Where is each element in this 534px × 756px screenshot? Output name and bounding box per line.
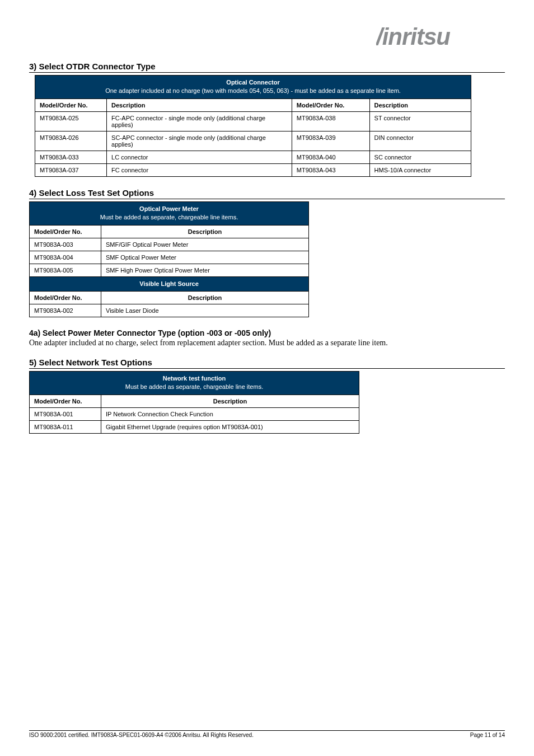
- table-row: MT9083A-001 IP Network Connection Check …: [30, 407, 359, 420]
- table-row: MT9083A-002 Visible Laser Diode: [30, 304, 309, 317]
- col-header-desc: Description: [369, 98, 471, 111]
- cell-model: MT9083A-001: [30, 407, 101, 420]
- cell-desc: HMS-10/A connector: [369, 163, 471, 176]
- footer-left: ISO 9000:2001 certified. IMT9083A-SPEC01…: [29, 732, 254, 738]
- table-row: MT9083A-037 FC connector MT9083A-043 HMS…: [35, 163, 471, 176]
- col-header-desc: Description: [101, 291, 309, 304]
- table-row: MT9083A-004 SMF Optical Power Meter: [30, 251, 309, 264]
- cell-model: MT9083A-005: [30, 264, 101, 276]
- network-test-table: Network test function Must be added as s…: [29, 371, 359, 434]
- cell-model: MT9083A-043: [292, 163, 369, 176]
- banner-title: Visible Light Source: [139, 280, 199, 287]
- cell-model: MT9083A-039: [292, 131, 369, 151]
- cell-desc: IP Network Connection Check Function: [101, 407, 359, 420]
- table-row: MT9083A-025 FC-APC connector - single mo…: [35, 111, 471, 131]
- cell-desc: ST connector: [369, 111, 471, 131]
- cell-model: MT9083A-002: [30, 304, 101, 317]
- col-header-model: Model/Order No.: [292, 98, 369, 111]
- banner-sub: Must be added as separate, chargeable li…: [125, 383, 263, 390]
- section4a-note: One adapter included at no charge, selec…: [29, 339, 505, 348]
- col-header-model: Model/Order No.: [30, 225, 101, 238]
- cell-model: MT9083A-038: [292, 111, 369, 131]
- cell-desc: FC connector: [107, 163, 292, 176]
- cell-desc: SMF Optical Power Meter: [101, 251, 309, 264]
- optical-connector-table: Optical Connector One adapter included a…: [35, 75, 471, 177]
- cell-desc: LC connector: [107, 151, 292, 163]
- col-header-model: Model/Order No.: [30, 395, 101, 407]
- cell-desc: SC-APC connector - single mode only (add…: [107, 131, 292, 151]
- cell-model: MT9083A-033: [35, 151, 107, 163]
- section4-heading: 4) Select Loss Test Set Options: [29, 188, 505, 199]
- power-meter-banner: Optical Power Meter Must be added as sep…: [30, 201, 309, 225]
- table-row: MT9083A-033 LC connector MT9083A-040 SC …: [35, 151, 471, 163]
- banner-sub: One adapter included at no charge (two w…: [105, 87, 401, 94]
- visible-light-banner: Visible Light Source: [30, 276, 309, 291]
- page-footer: ISO 9000:2001 certified. IMT9083A-SPEC01…: [29, 730, 505, 738]
- brand-text: /inritsu: [376, 26, 450, 49]
- section3-heading: 3) Select OTDR Connector Type: [29, 62, 505, 73]
- cell-desc: FC-APC connector - single mode only (add…: [107, 111, 292, 131]
- banner-sub: Must be added as separate, chargeable li…: [100, 214, 238, 220]
- cell-model: MT9083A-037: [35, 163, 107, 176]
- col-header-desc: Description: [101, 395, 359, 407]
- cell-desc: Visible Laser Diode: [101, 304, 309, 317]
- optical-connector-banner: Optical Connector One adapter included a…: [35, 76, 471, 99]
- cell-desc: SMF High Power Optical Power Meter: [101, 264, 309, 276]
- cell-desc: SMF/GIF Optical Power Meter: [101, 238, 309, 251]
- network-test-banner: Network test function Must be added as s…: [30, 371, 359, 395]
- section4a-heading: 4a) Select Power Meter Connector Type (o…: [29, 328, 505, 337]
- col-header-model: Model/Order No.: [30, 291, 101, 304]
- section5-heading: 5) Select Network Test Options: [29, 358, 505, 369]
- power-meter-table: Optical Power Meter Must be added as sep…: [29, 201, 309, 317]
- cell-desc: DIN connector: [369, 131, 471, 151]
- cell-model: MT9083A-003: [30, 238, 101, 251]
- cell-desc: Gigabit Ethernet Upgrade (requires optio…: [101, 420, 359, 433]
- table-row: MT9083A-026 SC-APC connector - single mo…: [35, 131, 471, 151]
- cell-model: MT9083A-026: [35, 131, 107, 151]
- footer-right: Page 11 of 14: [470, 732, 505, 738]
- col-header-model: Model/Order No.: [35, 98, 107, 111]
- banner-title: Optical Power Meter: [139, 205, 199, 212]
- brand-logo: /inritsu: [29, 26, 505, 51]
- table-row: MT9083A-005 SMF High Power Optical Power…: [30, 264, 309, 276]
- col-header-desc: Description: [101, 225, 309, 238]
- col-header-desc: Description: [107, 98, 292, 111]
- cell-model: MT9083A-004: [30, 251, 101, 264]
- banner-title: Network test function: [163, 375, 226, 382]
- cell-model: MT9083A-040: [292, 151, 369, 163]
- table-row: MT9083A-011 Gigabit Ethernet Upgrade (re…: [30, 420, 359, 433]
- cell-model: MT9083A-025: [35, 111, 107, 131]
- table-row: MT9083A-003 SMF/GIF Optical Power Meter: [30, 238, 309, 251]
- banner-title: Optical Connector: [226, 79, 279, 86]
- cell-model: MT9083A-011: [30, 420, 101, 433]
- cell-desc: SC connector: [369, 151, 471, 163]
